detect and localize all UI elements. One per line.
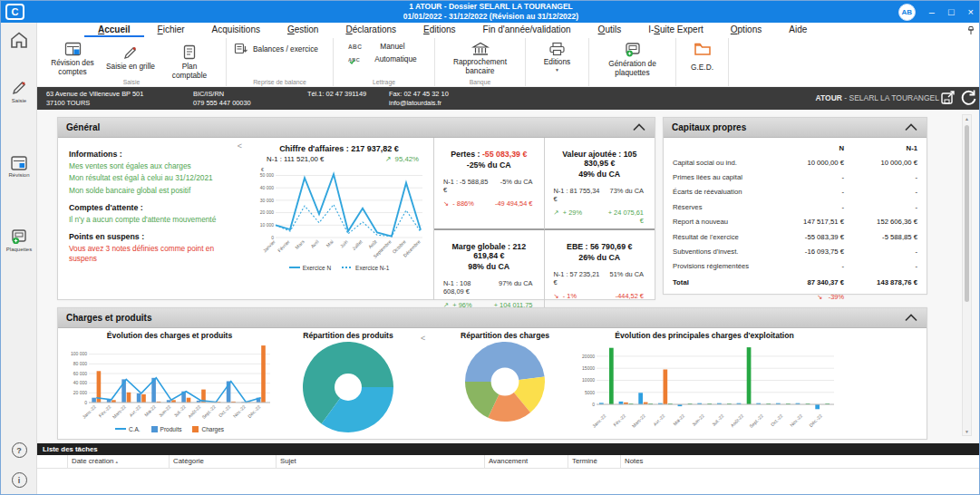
capitaux-row-r-serves: Réserves-- xyxy=(673,199,917,214)
svg-text:0: 0 xyxy=(592,402,595,407)
menu-item-accueil[interactable]: Accueil xyxy=(84,23,144,37)
menu-item-options[interactable]: Options xyxy=(717,23,775,37)
export-window-icon[interactable] xyxy=(939,89,957,107)
window-title-line1: 1 ATOUR - Dossier SELARL LA TOURANGEL xyxy=(1,2,980,12)
minimize-button[interactable]: – xyxy=(929,7,935,17)
capitaux-total-n1: 143 878,76 € xyxy=(844,278,917,286)
legend-item: C.A. xyxy=(115,426,141,432)
balances-exercice-button[interactable]: Balances / exercice xyxy=(234,41,318,55)
kpi-pertes: Pertes : -55 083,39 €-25% du CAN-1 : -5 … xyxy=(434,138,545,230)
info-button[interactable]: i xyxy=(1,472,37,488)
ribbon-group-editions: Editions ▼ xyxy=(526,38,589,86)
menu-item-aide[interactable]: Aide xyxy=(775,23,820,37)
quadrant-grid: Pertes : -55 083,39 €-25% du CAN-1 : -5 … xyxy=(433,138,655,300)
svg-text:40 000: 40 000 xyxy=(260,185,275,190)
ged-button[interactable]: G.E.D. xyxy=(687,41,717,73)
lettrage-manuel-button[interactable]: ABC Manuel xyxy=(341,42,427,51)
menu-item-i-suite-expert[interactable]: I-Suite Expert xyxy=(635,23,717,37)
plan-comptable-button[interactable]: Plan comptable xyxy=(160,41,218,81)
collapse-chevron-icon[interactable] xyxy=(904,314,918,322)
refresh-icon[interactable] xyxy=(959,88,978,107)
ca-value: 217 937,82 € xyxy=(351,144,399,153)
chevron-down-icon: ▼ xyxy=(555,68,559,73)
trend-down-icon: ↘ xyxy=(554,292,559,300)
info-line: Mon solde bancaire global est positif xyxy=(69,186,231,195)
plan-comptable-label: Plan comptable xyxy=(164,63,215,80)
tasks-col-cat-gorie[interactable]: Catégorie xyxy=(170,455,277,468)
scroll-up-icon[interactable]: ▲ xyxy=(963,116,971,121)
pin-icon[interactable] xyxy=(966,25,975,35)
sidebar-item-label: Saisie xyxy=(1,98,37,103)
scrollbar-thumb[interactable] xyxy=(965,125,969,302)
trend-down-icon: ↘ xyxy=(817,293,822,301)
menu-item-d-clarations[interactable]: Déclarations xyxy=(332,23,410,37)
svg-text:Janvier: Janvier xyxy=(262,238,277,253)
svg-text:Nov.-22: Nov.-22 xyxy=(232,403,247,419)
help-button[interactable]: ? xyxy=(1,442,37,458)
tasks-title: Liste des tâches xyxy=(43,445,98,453)
tasks-col-date-cr-ation[interactable]: Date création ▴ xyxy=(68,455,170,468)
scroll-down-icon[interactable]: ▼ xyxy=(963,429,971,434)
collapse-info-button[interactable]: < xyxy=(235,138,245,300)
collapse-chevron-icon[interactable] xyxy=(904,123,918,131)
tasks-title-bar[interactable]: Liste des tâches xyxy=(37,443,980,455)
tasks-col-avancement[interactable]: Avancement xyxy=(485,455,568,468)
svg-text:Août: Août xyxy=(367,238,378,249)
rapprochement-button[interactable]: Rapprochement bancaire xyxy=(442,41,518,76)
ca-n1-value: N-1 : 111 521,00 € xyxy=(267,155,324,163)
user-avatar[interactable]: AB xyxy=(898,4,916,21)
sidebar-item-revision[interactable]: Révision xyxy=(1,155,37,178)
collapse-pies-button[interactable]: < xyxy=(421,334,425,343)
capitaux-rows: Capital social ou ind.10 000,00 €10 000,… xyxy=(673,155,917,274)
svg-text:40 000: 40 000 xyxy=(73,380,88,385)
menu-item-gestion[interactable]: Gestion xyxy=(274,23,332,37)
editions-button[interactable]: Editions ▼ xyxy=(540,41,575,73)
menu-tabs: AccueilFichierAcquisitionsGestionDéclara… xyxy=(84,23,820,37)
ca-chart-block: Chiffre d'affaires : 217 937,82 € N-1 : … xyxy=(245,138,433,300)
legend-item: Exercice N-1 xyxy=(342,265,389,271)
svg-text:Déc.-22: Déc.-22 xyxy=(808,412,823,428)
svg-text:0: 0 xyxy=(84,400,87,405)
tasks-col-termin[interactable]: Terminé xyxy=(568,455,621,468)
tasks-table-body[interactable] xyxy=(37,469,980,495)
sidebar-item-saisie[interactable]: Saisie xyxy=(1,79,37,103)
tasks-col-selector xyxy=(37,455,68,468)
menu-item-outils[interactable]: Outils xyxy=(585,23,636,37)
legend-item: Produits xyxy=(151,426,182,432)
company-info-bar: 63 Avenue de Villeneuve BP 50137100 TOUR… xyxy=(37,87,980,110)
revision-comptes-button[interactable]: Révision des comptes xyxy=(44,41,101,77)
lettrage-automatique-button[interactable]: ABC Automatique xyxy=(341,54,427,63)
menu-item-fichier[interactable]: Fichier xyxy=(144,23,199,37)
generation-plaquettes-button[interactable]: Génération de plaquettes xyxy=(597,41,668,78)
panel-charges-title: Charges et produits xyxy=(66,313,151,323)
collapse-chevron-icon[interactable] xyxy=(632,123,646,131)
menu-item-fin-d-ann-e-validation[interactable]: Fin d'année/validation xyxy=(470,23,585,37)
calculator-icon xyxy=(1,155,37,171)
window-title: 1 ATOUR - Dossier SELARL LA TOURANGEL 01… xyxy=(1,2,980,22)
tasks-col-sujet[interactable]: Sujet xyxy=(277,455,485,468)
chart-title: Évolution des charges et produits xyxy=(63,331,276,340)
svg-text:50 000: 50 000 xyxy=(260,172,275,178)
ca-chart-legend: Exercice NExercice N-1 xyxy=(245,265,433,271)
tasks-col-notes[interactable]: Notes xyxy=(621,455,980,468)
chart-area: 05000100001500020000Janv.-22Fév.-22Mars-… xyxy=(568,341,841,437)
saisie-grille-button[interactable]: Saisie en grille xyxy=(101,41,160,73)
menu-item-editions[interactable]: Editions xyxy=(410,23,470,37)
points-suspens-line: Vous avez 3 notes définies comme point e… xyxy=(69,244,231,263)
close-button[interactable]: × xyxy=(968,7,974,17)
vertical-scrollbar[interactable]: ▲ ▼ xyxy=(962,114,972,436)
sidebar-item-label: Plaquettes xyxy=(1,247,37,252)
balance-icon xyxy=(234,43,247,55)
maximize-button[interactable]: □ xyxy=(948,7,955,17)
sidebar-item-plaquettes[interactable]: Plaquettes xyxy=(1,228,37,252)
sidebar-item-home[interactable] xyxy=(1,31,37,49)
capitaux-table: N N-1 Capital social ou ind.10 000,00 €1… xyxy=(664,138,927,305)
svg-text:Janv.-22: Janv.-22 xyxy=(81,403,97,420)
svg-text:Mars-22: Mars-22 xyxy=(631,412,646,428)
folder-icon xyxy=(694,42,712,56)
ribbon-group-banque: Rapprochement bancaire Banque xyxy=(435,38,526,86)
menu-item-acquisitions[interactable]: Acquisitions xyxy=(199,23,274,37)
svg-text:€: € xyxy=(261,167,264,172)
svg-text:Oct.-22: Oct.-22 xyxy=(770,412,784,427)
info-line: Mon résultat est égal à celui au 31/12/2… xyxy=(69,173,231,182)
